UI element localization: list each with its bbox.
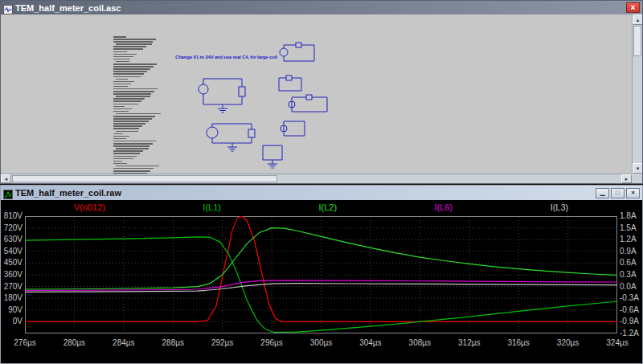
- legend-item-i-l6[interactable]: I(L6): [435, 202, 453, 212]
- y-axis-right-label: -0.9A: [620, 317, 643, 325]
- y-axis-right-label: -1.2A: [620, 329, 643, 337]
- schematic-window: TEM_half_meter_coil.asc × Change V1 to 2…: [0, 0, 643, 184]
- x-axis-label: 320µs: [552, 338, 584, 347]
- y-axis-left-label: 0V: [2, 317, 23, 325]
- scroll-up-button[interactable]: ▲: [633, 14, 642, 25]
- horizontal-scroll-thumb[interactable]: [12, 175, 277, 182]
- scroll-right-button[interactable]: ►: [621, 174, 632, 183]
- schematic-components[interactable]: [1, 14, 642, 183]
- close-icon: ×: [631, 4, 636, 12]
- x-axis-label: 316µs: [502, 338, 534, 347]
- right-arrow-icon: ►: [625, 177, 629, 182]
- x-axis-label: 284µs: [108, 338, 140, 347]
- y-axis-right-label: 0.9A: [620, 247, 643, 256]
- x-axis-label: 296µs: [256, 338, 288, 347]
- schematic-canvas[interactable]: Change V1 to 24V and use real C4, for la…: [1, 14, 642, 183]
- x-axis-label: 312µs: [453, 338, 485, 347]
- waveform-window-controls: ▁ □ ×: [596, 188, 640, 198]
- schematic-window-controls: ×: [626, 2, 640, 13]
- y-axis-left-label: 270V: [2, 282, 23, 291]
- x-axis-label: 308µs: [403, 338, 436, 347]
- vertical-scroll-thumb[interactable]: [633, 26, 641, 56]
- y-axis-left-label: 720V: [2, 223, 23, 232]
- x-axis-label: 280µs: [58, 338, 90, 347]
- y-axis-right-label: 0.3A: [620, 270, 643, 279]
- y-axis-left-label: 810V: [2, 211, 23, 220]
- legend-item-i-l2[interactable]: I(L2): [318, 202, 337, 212]
- y-axis-right-label: -0.6A: [620, 305, 643, 314]
- waveform-window: TEM_half_meter_coil.raw ▁ □ × V(n012)I(L…: [0, 185, 643, 364]
- y-axis-right-label: 1.2A: [620, 235, 643, 243]
- waveform-plot-area[interactable]: V(n012)I(L1)I(L2)I(L6)I(L3) 810V720V630V…: [1, 200, 642, 363]
- waveform-window-title: TEM_half_meter_coil.raw: [15, 188, 121, 198]
- x-axis-label: 276µs: [9, 338, 41, 347]
- down-arrow-icon: ▼: [636, 166, 641, 171]
- circuit-symbol-source-lower[interactable]: [207, 124, 255, 151]
- vertical-scrollbar[interactable]: ▲ ▼: [632, 14, 642, 174]
- ltspice-app: TEM_half_meter_coil.asc × Change V1 to 2…: [0, 0, 643, 364]
- waveform-titlebar: TEM_half_meter_coil.raw ▁ □ ×: [1, 186, 642, 200]
- waveform-file-icon: [3, 188, 13, 198]
- y-axis-left-label: 630V: [2, 235, 23, 243]
- circuit-symbol-small-loop-4[interactable]: [263, 145, 282, 168]
- y-axis-left-label: 180V: [2, 293, 23, 302]
- maximize-button[interactable]: □: [611, 188, 625, 198]
- maximize-icon: □: [616, 190, 620, 196]
- circuit-symbol-top[interactable]: [280, 43, 314, 61]
- y-axis-left-label: 450V: [2, 258, 23, 267]
- legend-item-v-n012[interactable]: V(n012): [74, 202, 105, 212]
- scrollbar-corner: [632, 174, 642, 183]
- schematic-titlebar: TEM_half_meter_coil.asc ×: [1, 1, 642, 14]
- up-arrow-icon: ▲: [636, 18, 641, 22]
- y-axis-right-label: 0.6A: [620, 258, 643, 267]
- legend-item-i-l3[interactable]: I(L3): [551, 202, 569, 212]
- circuit-symbol-small-loop-1[interactable]: [279, 76, 301, 91]
- close-icon: ×: [631, 190, 635, 196]
- x-axis-label: 292µs: [207, 338, 239, 347]
- y-axis-right-label: 1.8A: [620, 211, 643, 220]
- horizontal-scrollbar[interactable]: ◄ ►: [1, 174, 632, 183]
- minimize-icon: ▁: [600, 190, 604, 196]
- schematic-file-icon: [3, 3, 13, 13]
- y-axis-left-label: 90V: [2, 305, 23, 314]
- trace-canvas[interactable]: [25, 216, 617, 333]
- left-arrow-icon: ◄: [4, 177, 9, 182]
- y-axis-right-label: -0.3A: [620, 293, 643, 302]
- circuit-symbol-source-upper[interactable]: [199, 79, 245, 112]
- x-axis-label: 304µs: [354, 338, 387, 347]
- x-axis-label: 300µs: [305, 338, 338, 347]
- y-axis-right-label: 1.5A: [620, 223, 643, 232]
- y-axis-left-label: 360V: [2, 270, 23, 279]
- y-axis-right-label: 0.0A: [620, 282, 643, 291]
- schematic-window-title: TEM_half_meter_coil.asc: [15, 3, 121, 13]
- x-axis-label: 288µs: [157, 338, 189, 347]
- minimize-button[interactable]: ▁: [596, 188, 609, 198]
- plot-legend: V(n012)I(L1)I(L2)I(L6)I(L3): [25, 202, 617, 213]
- close-button[interactable]: ×: [626, 188, 640, 198]
- schematic-close-button[interactable]: ×: [626, 2, 640, 13]
- y-axis-left-label: 540V: [2, 247, 23, 256]
- legend-item-i-l1[interactable]: I(L1): [203, 202, 221, 212]
- scroll-left-button[interactable]: ◄: [1, 174, 11, 183]
- circuit-symbol-small-loop-2[interactable]: [289, 95, 327, 112]
- scroll-down-button[interactable]: ▼: [633, 163, 642, 174]
- circuit-symbol-small-loop-3[interactable]: [281, 121, 305, 136]
- x-axis-label: 324µs: [601, 338, 633, 347]
